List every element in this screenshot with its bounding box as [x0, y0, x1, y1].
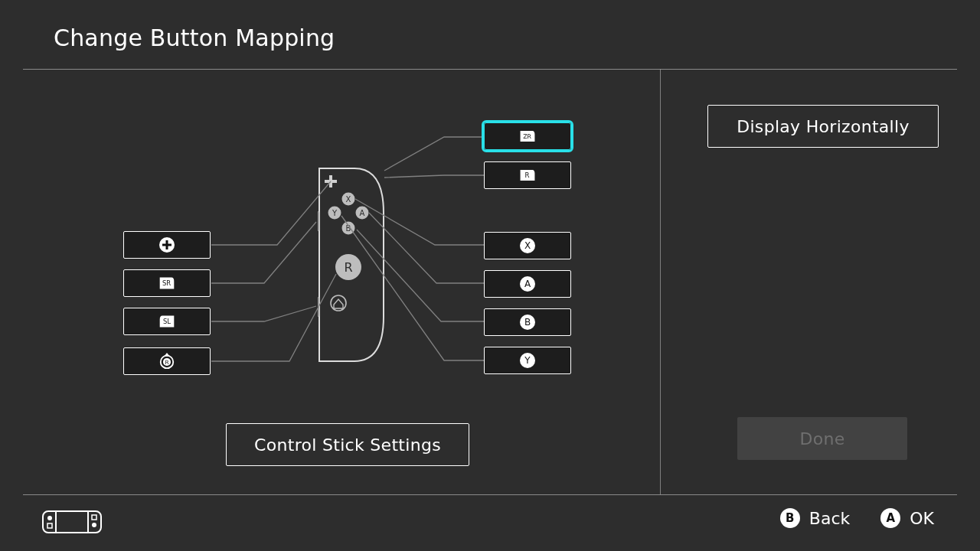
control-stick-settings-button[interactable]: Control Stick Settings — [226, 423, 469, 466]
svg-text:B: B — [524, 317, 531, 328]
map-plus-button[interactable] — [123, 231, 211, 259]
svg-text:A: A — [524, 279, 531, 289]
sr-cap-icon: SR — [158, 275, 175, 292]
svg-text:R: R — [344, 260, 352, 275]
svg-rect-34 — [47, 523, 52, 528]
sl-rail-icon — [318, 297, 319, 317]
svg-text:B: B — [346, 224, 351, 233]
x-round-icon: X — [519, 237, 536, 254]
legend-ok: A OK — [880, 508, 934, 528]
divider-top — [23, 69, 957, 70]
map-sr-button[interactable]: SR — [123, 269, 211, 297]
display-horizontally-button[interactable]: Display Horizontally — [707, 105, 939, 148]
a-round-icon: A — [880, 508, 900, 528]
y-round-icon: Y — [519, 352, 536, 369]
switch-handheld-icon — [42, 508, 102, 539]
legend-back-label: Back — [809, 509, 850, 528]
map-zr-button[interactable]: ZR — [484, 122, 571, 150]
b-round-icon: B — [519, 314, 536, 331]
map-y-button[interactable]: Y — [484, 347, 571, 374]
a-round-icon: A — [519, 276, 536, 292]
divider-vertical — [660, 69, 661, 494]
plus-icon — [158, 236, 175, 253]
svg-rect-31 — [43, 511, 101, 533]
input-legend: B Back A OK — [780, 508, 934, 528]
map-x-button[interactable]: X — [484, 232, 571, 259]
map-b-button[interactable]: B — [484, 308, 571, 336]
svg-text:Y: Y — [332, 209, 338, 217]
legend-back: B Back — [780, 508, 850, 528]
display-horizontally-label: Display Horizontally — [737, 117, 910, 136]
control-stick-settings-label: Control Stick Settings — [254, 435, 441, 455]
joycon-r-diagram: X A B Y R — [318, 167, 385, 363]
svg-rect-36 — [92, 515, 96, 520]
screen-change-button-mapping: Change Button Mapping Display Horizontal… — [0, 0, 980, 551]
svg-text:X: X — [346, 195, 351, 204]
b-round-icon: B — [780, 508, 800, 528]
svg-text:SR: SR — [162, 279, 171, 287]
zr-cap-icon: ZR — [519, 128, 536, 145]
stick-press-icon: R — [158, 353, 175, 370]
done-label: Done — [799, 429, 844, 448]
r-cap-icon: R — [519, 167, 536, 184]
page-title: Change Button Mapping — [54, 24, 335, 51]
svg-text:SL: SL — [163, 318, 171, 325]
svg-text:X: X — [524, 240, 531, 251]
analog-stick-icon: R — [335, 254, 361, 280]
svg-point-35 — [92, 523, 96, 527]
svg-rect-32 — [56, 511, 88, 533]
done-button: Done — [737, 417, 907, 460]
svg-rect-1 — [329, 175, 332, 187]
map-stick-r-press-button[interactable]: R — [123, 347, 211, 375]
legend-ok-label: OK — [910, 509, 934, 528]
sr-rail-icon — [318, 211, 319, 231]
svg-text:A: A — [360, 209, 365, 217]
map-r-button[interactable]: R — [484, 161, 571, 189]
svg-text:Y: Y — [524, 355, 531, 366]
svg-text:R: R — [525, 171, 530, 179]
map-sl-button[interactable]: SL — [123, 308, 211, 335]
footer: B Back A OK — [0, 494, 980, 551]
sl-cap-icon: SL — [158, 313, 175, 330]
svg-text:R: R — [165, 359, 168, 366]
map-a-button[interactable]: A — [484, 270, 571, 298]
svg-text:ZR: ZR — [523, 133, 531, 140]
svg-rect-15 — [166, 240, 168, 249]
svg-point-33 — [47, 516, 52, 520]
